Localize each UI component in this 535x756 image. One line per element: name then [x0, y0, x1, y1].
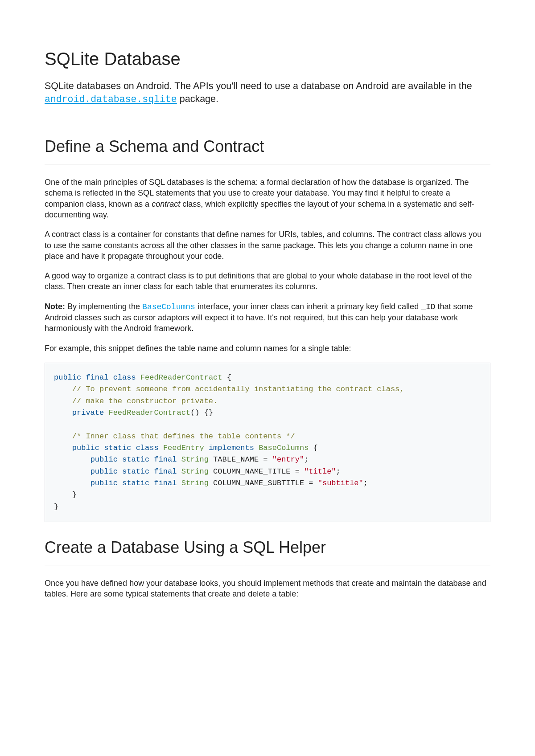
contract-em: contract [152, 200, 180, 208]
pun: { [222, 373, 231, 382]
code-block-contract: public final class FeedReaderContract { … [45, 363, 490, 522]
comment: // make the constructor private. [54, 397, 218, 405]
id-literal: _ID [421, 302, 435, 311]
var-name: COLUMN_NAME_SUBTITLE = [209, 479, 318, 487]
string: "entry" [272, 455, 304, 464]
kw: public [91, 467, 118, 476]
kw: public [72, 444, 99, 452]
document-page: SQLite Database SQLite databases on Andr… [0, 0, 535, 756]
schema-paragraph-3: A good way to organize a contract class … [45, 270, 490, 292]
kw: static [122, 479, 149, 487]
pun: ; [304, 455, 309, 464]
note-label: Note: [45, 302, 65, 311]
string: "title" [304, 467, 336, 476]
indent [54, 409, 72, 417]
schema-paragraph-2: A contract class is a container for cons… [45, 229, 490, 262]
kw: public [91, 455, 118, 464]
kw: final [154, 455, 177, 464]
indent [54, 455, 91, 464]
intro-paragraph: SQLite databases on Android. The APIs yo… [45, 80, 490, 106]
page-title: SQLite Database [45, 49, 490, 69]
note-b: interface, your inner class can inherit … [195, 302, 421, 311]
pun: ; [336, 467, 341, 476]
class-name: FeedEntry [163, 444, 204, 452]
comment: /* Inner class that defines the table co… [54, 432, 295, 441]
kw: final [154, 479, 177, 487]
kw: final [154, 467, 177, 476]
var-name: TABLE_NAME = [209, 455, 272, 464]
kw: public [91, 479, 118, 487]
class-name: FeedReaderContract [140, 373, 222, 382]
note-a: By implementing the [65, 302, 142, 311]
string: "subtitle" [318, 479, 363, 487]
kw: static [122, 455, 149, 464]
section-heading-schema: Define a Schema and Contract [45, 137, 490, 156]
section-divider [45, 565, 490, 565]
indent [54, 467, 91, 476]
section-heading-helper: Create a Database Using a SQL Helper [45, 538, 490, 557]
package-link[interactable]: android.database.sqlite [45, 94, 177, 105]
pun: } [54, 490, 77, 499]
section-divider [45, 164, 490, 164]
type: String [181, 467, 209, 476]
schema-paragraph-1: One of the main principles of SQL databa… [45, 177, 490, 220]
var-name: COLUMN_NAME_TITLE = [209, 467, 304, 476]
kw: class [113, 373, 136, 382]
kw: static [104, 444, 131, 452]
schema-paragraph-5: For example, this snippet defines the ta… [45, 343, 490, 354]
kw: static [122, 467, 149, 476]
ctor-name: FeedReaderContract [104, 409, 190, 417]
pun: } [54, 503, 58, 511]
indent [54, 444, 72, 452]
pun: () {} [190, 409, 213, 417]
intro-text-pre: SQLite databases on Android. The APIs yo… [45, 81, 472, 91]
kw: private [72, 409, 104, 417]
schema-note: Note: By implementing the BaseColumns in… [45, 301, 490, 334]
pun: ; [363, 479, 368, 487]
helper-paragraph-1: Once you have defined how your database … [45, 578, 490, 600]
comment: // To prevent someone from accidentally … [54, 385, 404, 393]
kw: public [54, 373, 81, 382]
class-name: BaseColumns [259, 444, 309, 452]
type: String [181, 455, 209, 464]
kw: class [136, 444, 159, 452]
intro-text-post: package. [177, 94, 218, 104]
basecolumns-link[interactable]: BaseColumns [142, 302, 195, 311]
kw: final [86, 373, 108, 382]
pun: { [309, 444, 317, 452]
indent [54, 479, 91, 487]
kw: implements [209, 444, 254, 452]
type: String [181, 479, 209, 487]
